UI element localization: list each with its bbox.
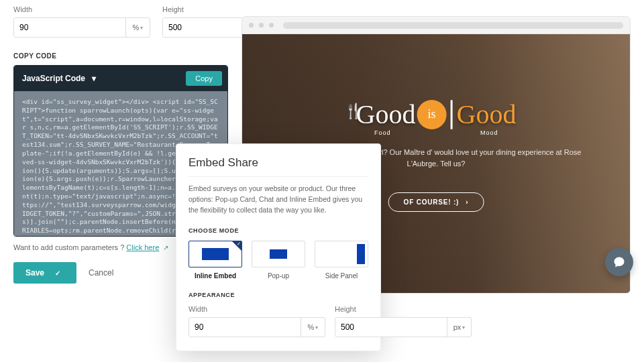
custom-params-text: Want to add custom parameters ? [13, 243, 126, 251]
chevron-down-icon: ▾ [315, 324, 318, 330]
fork-icon: 🍴 [344, 103, 362, 120]
mode-label: Side Panel [315, 272, 368, 280]
width-label: Width [13, 5, 150, 13]
chevron-down-icon: ▾ [462, 324, 465, 330]
modal-description: Embed surveys on your website or product… [189, 184, 368, 215]
mode-side-panel[interactable]: Side Panel [315, 241, 368, 280]
save-button[interactable]: Save✓ [13, 262, 76, 284]
chat-fab-button[interactable] [605, 248, 633, 276]
width-input[interactable] [14, 18, 125, 37]
cancel-button[interactable]: Cancel [89, 268, 113, 278]
logo-sub-right: Mood [480, 129, 498, 136]
chevron-down-icon: ▾ [140, 25, 143, 31]
divider-icon [451, 100, 453, 129]
logo-text-left: Good [356, 99, 416, 130]
code-type-select[interactable]: JavaScript Code▾ [22, 74, 96, 83]
mode-label: Inline Embed [189, 272, 242, 280]
copy-code-heading: COPY CODE [13, 52, 228, 60]
logo-text-right: Good [457, 99, 517, 130]
custom-params-link[interactable]: Click here [126, 243, 159, 251]
modal-width-unit-select[interactable]: %▾ [301, 318, 325, 337]
modal-title: Embed Share [189, 156, 368, 177]
width-unit-select[interactable]: %▾ [125, 18, 150, 37]
check-icon: ✓ [237, 241, 241, 247]
window-dot [249, 23, 254, 27]
width-group: Width %▾ [13, 5, 150, 38]
check-icon: ✓ [55, 269, 60, 277]
mode-label: Pop-up [252, 272, 305, 280]
logo-badge: is [417, 100, 447, 129]
url-bar [283, 22, 623, 29]
embed-share-modal: Embed Share Embed surveys on your websit… [176, 143, 381, 351]
caret-down-icon: ▾ [92, 74, 96, 83]
modal-width-input[interactable] [189, 318, 301, 337]
choose-mode-heading: CHOOSE MODE [189, 227, 368, 234]
chat-icon [612, 255, 626, 269]
logo: Good 🍴 is Good [356, 99, 517, 130]
mode-popup[interactable]: Pop-up [252, 241, 305, 280]
modal-width-label: Width [189, 305, 325, 313]
modal-height-unit-select[interactable]: px▾ [447, 318, 471, 337]
window-dot [269, 23, 274, 27]
modal-width-group: Width %▾ [189, 305, 325, 337]
cta-button[interactable]: OF COURSE! :)› [388, 192, 484, 212]
appearance-heading: APPEARANCE [189, 292, 368, 298]
mode-inline-embed[interactable]: ✓ Inline Embed [189, 241, 242, 280]
logo-sub-left: Food [374, 129, 391, 136]
modal-height-input[interactable] [335, 318, 447, 337]
chevron-right-icon: › [466, 198, 468, 206]
window-dot [259, 23, 264, 27]
copy-button[interactable]: Copy [186, 71, 222, 86]
browser-chrome [242, 17, 630, 34]
height-label: Height [162, 5, 299, 13]
modal-height-group: Height px▾ [335, 305, 472, 337]
external-link-icon: ↗ [163, 244, 168, 251]
modal-height-label: Height [335, 305, 472, 313]
